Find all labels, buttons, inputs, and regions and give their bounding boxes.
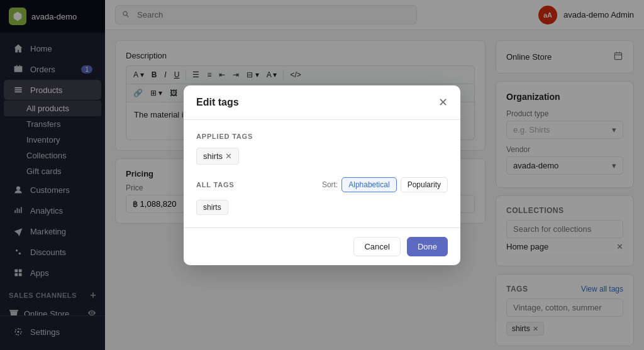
modal-overlay[interactable]: Edit tags ✕ APPLIED TAGS shirts ✕ ALL TA… — [0, 0, 644, 350]
all-tags-label: ALL TAGS — [196, 181, 234, 189]
modal-done-button[interactable]: Done — [407, 237, 448, 256]
applied-tags-label: APPLIED TAGS — [196, 133, 448, 140]
modal-close-button[interactable]: ✕ — [438, 96, 448, 109]
all-tags-header: ALL TAGS Sort: Alphabetical Popularity — [196, 177, 448, 192]
edit-tags-modal: Edit tags ✕ APPLIED TAGS shirts ✕ ALL TA… — [184, 85, 460, 265]
modal-header: Edit tags ✕ — [184, 85, 460, 120]
modal-body: APPLIED TAGS shirts ✕ ALL TAGS Sort: Alp… — [184, 120, 460, 227]
sort-popularity-button[interactable]: Popularity — [401, 177, 448, 192]
sort-alphabetical-button[interactable]: Alphabetical — [341, 177, 396, 192]
remove-applied-tag-shirts-button[interactable]: ✕ — [225, 151, 232, 161]
modal-title: Edit tags — [196, 97, 239, 108]
applied-tags-list: shirts ✕ — [196, 148, 448, 165]
all-tags-list: shirts — [196, 200, 448, 215]
modal-cancel-button[interactable]: Cancel — [353, 237, 400, 256]
modal-footer: Cancel Done — [184, 227, 460, 265]
all-tag-shirts[interactable]: shirts — [196, 200, 228, 215]
sort-group: Sort: Alphabetical Popularity — [322, 177, 448, 192]
modal-applied-tag-shirts: shirts ✕ — [196, 148, 239, 165]
sort-label: Sort: — [322, 180, 338, 189]
